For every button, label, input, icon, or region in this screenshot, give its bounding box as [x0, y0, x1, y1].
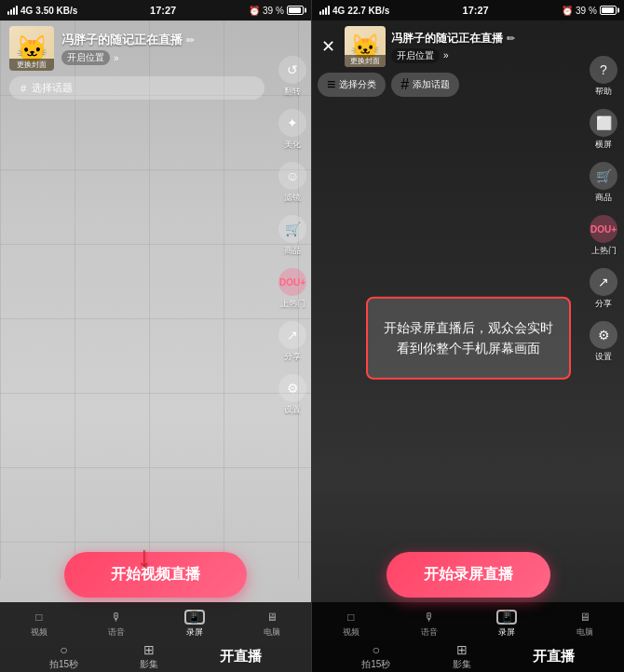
- open-live-btn-right[interactable]: 开直播: [533, 648, 575, 665]
- change-cover-left[interactable]: 更换封面: [9, 59, 54, 71]
- album-right[interactable]: ⊞ 影集: [453, 642, 471, 671]
- open-live-btn-left[interactable]: 开直播: [220, 648, 262, 665]
- shop-label: 商品: [284, 245, 301, 257]
- edit-icon-left[interactable]: ✏: [186, 34, 195, 47]
- screen-tab-label: 录屏: [186, 626, 203, 638]
- share-icon-right: ↗: [590, 268, 617, 296]
- battery-fill: [289, 7, 301, 13]
- bottom-controls-left: ○ 拍15秒 ⊞ 影集 开直播: [0, 642, 311, 672]
- start-screen-record-btn[interactable]: 开始录屏直播: [387, 552, 550, 598]
- sidebar-item-beauty[interactable]: ✦ 美化: [277, 105, 308, 155]
- topic-row-left[interactable]: # 选择话题: [9, 76, 265, 100]
- category-btn[interactable]: ≡ 选择分类: [318, 73, 386, 97]
- right-screen-tab-label: 录屏: [498, 626, 515, 638]
- shop-label-right: 商品: [595, 192, 612, 204]
- sidebar-item-share-right[interactable]: ↗ 分享: [588, 264, 619, 314]
- profile-row-right: ✕ 更换封面 冯胖子的随记正在直播 ✏ 开启位置 »: [312, 20, 583, 73]
- start-video-live-btn[interactable]: 开始视频直播: [64, 552, 247, 598]
- topic-add-icon: #: [400, 76, 409, 93]
- share-label-right: 分享: [595, 298, 612, 310]
- location-btn-right[interactable]: 开启位置: [391, 48, 440, 63]
- tab-video-left[interactable]: □ 视频: [29, 610, 49, 638]
- profile-name-right: 冯胖子的随记正在直播: [391, 31, 503, 47]
- signal-icon: [7, 6, 18, 15]
- sidebar-item-shop-right[interactable]: 🛒 商品: [588, 158, 619, 208]
- tab-audio-right[interactable]: 🎙 语音: [419, 610, 440, 638]
- right-video-tab-label: 视频: [343, 626, 359, 638]
- top-ui-left: 更换封面 冯胖子的随记正在直播 ✏ 开启位置 » #: [0, 20, 274, 100]
- start-btn-container-left: 开始视频直播: [64, 552, 247, 598]
- location-btn-left[interactable]: 开启位置: [61, 50, 110, 65]
- right-screen-tab-icon: 📱: [496, 610, 517, 625]
- album-icon: ⊞: [143, 642, 155, 657]
- shoot-15s-left[interactable]: ○ 拍15秒: [49, 642, 78, 671]
- bottom-controls-right: ○ 拍15秒 ⊞ 影集 开直播: [312, 642, 624, 672]
- start-record-btn-container: 开始录屏直播: [387, 552, 550, 598]
- audio-tab-icon: 🎙: [106, 610, 127, 625]
- tab-video-right[interactable]: □ 视频: [341, 610, 361, 638]
- category-topic-row: ≡ 选择分类 # 添加话题: [318, 73, 577, 97]
- sidebar-item-dou[interactable]: DOU+ 上热门: [277, 264, 308, 314]
- dou-hot-label: 上热门: [280, 298, 305, 310]
- shoot-icon: ○: [60, 642, 67, 657]
- right-shoot-label: 拍15秒: [361, 658, 390, 671]
- album-left[interactable]: ⊞ 影集: [140, 642, 158, 671]
- sidebar-item-dou-right[interactable]: DOU+ 上热门: [588, 211, 619, 261]
- close-btn-right[interactable]: ✕: [318, 34, 339, 59]
- sidebar-item-settings-right[interactable]: ⚙ 设置: [588, 317, 619, 367]
- profile-info-right: 冯胖子的随记正在直播 ✏ 开启位置 »: [391, 31, 577, 63]
- right-video-tab-icon: □: [341, 610, 361, 625]
- bottom-tabs-left: □ 视频 🎙 语音 📱 录屏 🖥 电脑: [0, 602, 311, 672]
- sidebar-item-filter[interactable]: ☺ 滤镜: [277, 158, 308, 208]
- tab-pc-right[interactable]: 🖥 电脑: [575, 610, 595, 638]
- topic-add-btn[interactable]: # 添加话题: [391, 73, 459, 97]
- right-shoot-icon: ○: [372, 642, 379, 657]
- right-audio-tab-label: 语音: [421, 626, 438, 638]
- sidebar-item-share[interactable]: ↗ 分享: [277, 317, 308, 367]
- landscape-label: 横屏: [595, 139, 612, 151]
- right-status-bar: 4G 22.7 KB/s 17:27 ⏰ 39%: [312, 0, 624, 20]
- red-arrow-indicator: ↓: [137, 540, 152, 574]
- sidebar-item-help[interactable]: ? 帮助: [588, 52, 619, 101]
- sidebar-item-settings[interactable]: ⚙ 设置: [277, 370, 308, 420]
- filter-icon: ☺: [278, 162, 306, 190]
- tab-row-left: □ 视频 🎙 语音 📱 录屏 🖥 电脑: [0, 602, 311, 642]
- landscape-icon: ⬜: [590, 109, 617, 137]
- profile-row-left: 更换封面 冯胖子的随记正在直播 ✏ 开启位置 »: [0, 20, 274, 76]
- shoot-15s-right[interactable]: ○ 拍15秒: [361, 642, 390, 671]
- topic-add-text: 添加话题: [413, 78, 450, 91]
- sidebar-item-landscape[interactable]: ⬜ 横屏: [588, 105, 619, 155]
- screen-tab-icon: 📱: [184, 610, 205, 625]
- sidebar-item-shop[interactable]: 🛒 商品: [277, 211, 308, 261]
- album-label: 影集: [140, 658, 158, 671]
- top-ui-right: ✕ 更换封面 冯胖子的随记正在直播 ✏ 开启位置 »: [312, 20, 583, 101]
- tab-screen-left[interactable]: 📱 录屏: [184, 610, 205, 638]
- category-icon: ≡: [327, 76, 335, 93]
- profile-info-left: 冯胖子的随记正在直播 ✏ 开启位置 »: [61, 32, 265, 65]
- tab-pc-left[interactable]: 🖥 电脑: [262, 610, 282, 638]
- pc-tab-label: 电脑: [264, 626, 280, 638]
- tab-audio-left[interactable]: 🎙 语音: [106, 610, 127, 638]
- left-status-left: 4G 3.50 KB/s: [7, 6, 77, 16]
- audio-tab-label: 语音: [108, 626, 125, 638]
- shop-icon: 🛒: [278, 215, 306, 243]
- change-cover-right[interactable]: 更换封面: [345, 55, 386, 67]
- right-battery-sign: %: [589, 6, 597, 16]
- topic-text-left: 选择话题: [32, 81, 73, 95]
- edit-icon-right[interactable]: ✏: [507, 33, 515, 45]
- help-icon: ?: [590, 56, 617, 84]
- topic-icon-left: #: [20, 83, 26, 94]
- sidebar-item-flip[interactable]: ↺ 翻转: [277, 52, 308, 101]
- dou-hot-label-right: 上热门: [591, 245, 617, 257]
- tab-screen-right[interactable]: 📱 录屏: [496, 610, 517, 638]
- left-status-right: ⏰ 39%: [249, 6, 304, 16]
- right-network-speed: 22.7 KB/s: [347, 6, 389, 16]
- pc-tab-icon: 🖥: [262, 610, 282, 625]
- avatar-right[interactable]: 更换封面: [345, 26, 386, 67]
- right-album-icon: ⊞: [456, 642, 468, 657]
- avatar-left[interactable]: 更换封面: [9, 26, 54, 71]
- right-status-left: 4G 22.7 KB/s: [319, 6, 389, 16]
- right-audio-tab-icon: 🎙: [419, 610, 440, 625]
- left-network-speed: 3.50 KB/s: [35, 6, 77, 16]
- profile-name-row-right: 冯胖子的随记正在直播 ✏: [391, 31, 577, 47]
